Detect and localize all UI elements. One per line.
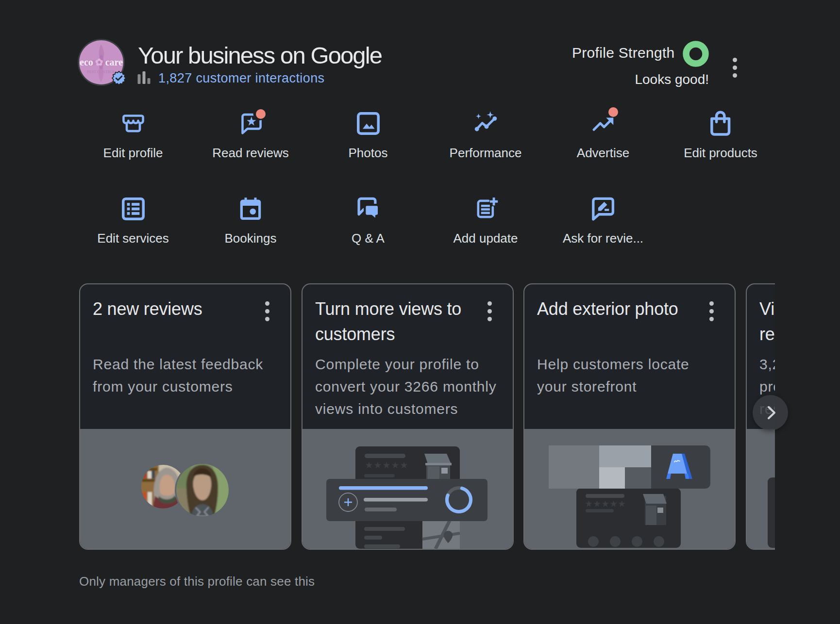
svg-text:eco ✿ care: eco ✿ care bbox=[80, 57, 123, 67]
svg-text:PEST CONTROL: PEST CONTROL bbox=[87, 70, 115, 74]
